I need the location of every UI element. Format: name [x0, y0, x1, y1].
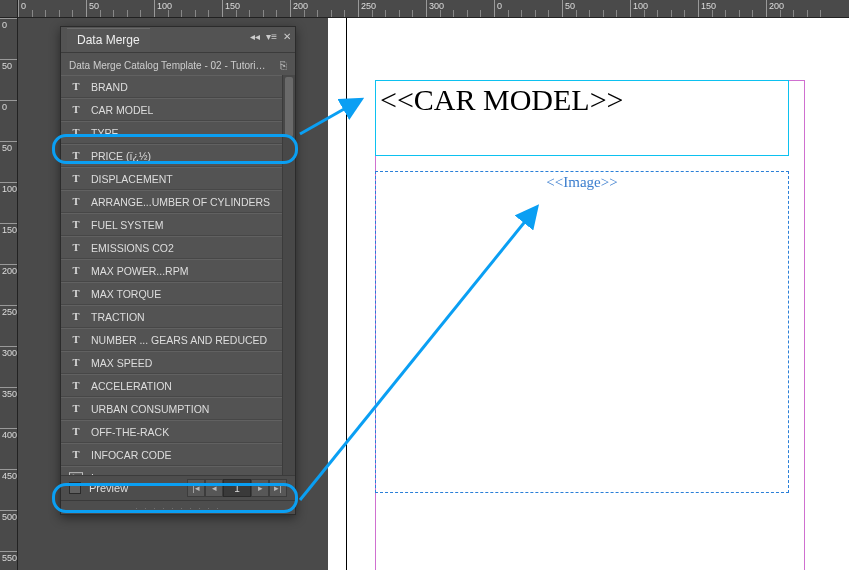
- text-field-icon: T: [69, 242, 83, 253]
- field-label: TYPE: [91, 127, 287, 139]
- field-row-brand[interactable]: TBRAND: [61, 75, 295, 98]
- text-field-icon: T: [69, 173, 83, 184]
- document-page[interactable]: <<CAR MODEL>> <<Image>>: [346, 18, 849, 570]
- nav-first-button[interactable]: |◂: [187, 479, 205, 497]
- panel-header[interactable]: Data Merge ◂◂ ▾≡ ✕: [61, 27, 295, 53]
- field-list[interactable]: TBRANDTCAR MODEL1TTYPETPRICE (ï¿½)TDISPL…: [61, 75, 295, 475]
- panel-collapse-icon[interactable]: ◂◂: [250, 31, 260, 42]
- text-field-icon: T: [69, 403, 83, 414]
- field-row-displacement[interactable]: TDISPLACEMENT: [61, 167, 295, 190]
- panel-source-row: Data Merge Catalog Template - 02 - Tutor…: [61, 53, 295, 75]
- field-row-image[interactable]: Image1: [61, 466, 295, 475]
- text-field-icon: T: [69, 219, 83, 230]
- field-row-car-model[interactable]: TCAR MODEL1: [61, 98, 295, 121]
- data-merge-panel[interactable]: Data Merge ◂◂ ▾≡ ✕ Data Merge Catalog Te…: [60, 26, 296, 515]
- car-model-text-frame[interactable]: <<CAR MODEL>>: [375, 80, 789, 156]
- image-placeholder-text: <<Image>>: [546, 174, 617, 190]
- text-field-icon: T: [69, 311, 83, 322]
- field-label: ARRANGE...UMBER OF CYLINDERS: [91, 196, 287, 208]
- field-row-fuel-system[interactable]: TFUEL SYSTEM: [61, 213, 295, 236]
- preview-checkbox[interactable]: [69, 482, 81, 494]
- field-label: BRAND: [91, 81, 287, 93]
- text-field-icon: T: [69, 196, 83, 207]
- panel-close-icon[interactable]: ✕: [283, 31, 291, 42]
- field-row-off-the-rack[interactable]: TOFF-THE-RACK: [61, 420, 295, 443]
- record-navigator[interactable]: |◂ ◂ ▸ ▸|: [187, 479, 287, 497]
- text-field-icon: T: [69, 104, 83, 115]
- text-field-icon: T: [69, 150, 83, 161]
- field-row-urban-consumption[interactable]: TURBAN CONSUMPTION: [61, 397, 295, 420]
- field-row-type[interactable]: TTYPE: [61, 121, 295, 144]
- image-field-icon: [69, 472, 83, 475]
- field-row-emissions-co2[interactable]: TEMISSIONS CO2: [61, 236, 295, 259]
- field-label: URBAN CONSUMPTION: [91, 403, 287, 415]
- preview-label: Preview: [89, 482, 128, 494]
- field-row-number-gears-and-reduced[interactable]: TNUMBER ... GEARS AND REDUCED: [61, 328, 295, 351]
- vertical-ruler: 050050100150200250300350400450500550: [0, 18, 18, 570]
- svg-point-1: [72, 474, 75, 475]
- text-field-icon: T: [69, 288, 83, 299]
- horizontal-ruler: 050100150200250300050100150200: [18, 0, 849, 18]
- panel-tab[interactable]: Data Merge: [67, 28, 150, 52]
- text-field-icon: T: [69, 265, 83, 276]
- field-row-price-[interactable]: TPRICE (ï¿½): [61, 144, 295, 167]
- field-row-infocar-code[interactable]: TINFOCAR CODE: [61, 443, 295, 466]
- field-row-arrange-umber-of-cylinders[interactable]: TARRANGE...UMBER OF CYLINDERS: [61, 190, 295, 213]
- field-row-max-torque[interactable]: TMAX TORQUE: [61, 282, 295, 305]
- image-frame[interactable]: <<Image>>: [375, 171, 789, 493]
- field-label: EMISSIONS CO2: [91, 242, 287, 254]
- field-label: MAX POWER...RPM: [91, 265, 287, 277]
- panel-resize-grip[interactable]: · · · · · · · · · ·: [61, 500, 295, 514]
- nav-last-button[interactable]: ▸|: [269, 479, 287, 497]
- panel-menu-icon[interactable]: ▾≡: [266, 31, 277, 42]
- field-label: ACCELERATION: [91, 380, 287, 392]
- field-label: FUEL SYSTEM: [91, 219, 287, 231]
- field-row-max-speed[interactable]: TMAX SPEED: [61, 351, 295, 374]
- text-field-icon: T: [69, 357, 83, 368]
- panel-footer: Preview |◂ ◂ ▸ ▸| · · · · · · · · · ·: [61, 475, 295, 514]
- ruler-corner: [0, 0, 18, 18]
- field-label: CAR MODEL: [91, 104, 273, 116]
- car-model-placeholder-text: <<CAR MODEL>>: [380, 83, 624, 116]
- field-label: INFOCAR CODE: [91, 449, 287, 461]
- text-field-icon: T: [69, 449, 83, 460]
- text-field-icon: T: [69, 81, 83, 92]
- field-row-traction[interactable]: TTRACTION: [61, 305, 295, 328]
- nav-prev-button[interactable]: ◂: [205, 479, 223, 497]
- svg-rect-0: [69, 473, 82, 475]
- field-row-max-power-rpm[interactable]: TMAX POWER...RPM: [61, 259, 295, 282]
- field-row-acceleration[interactable]: TACCELERATION: [61, 374, 295, 397]
- field-label: MAX TORQUE: [91, 288, 287, 300]
- panel-title: Data Merge: [77, 33, 140, 47]
- panel-source-filename: Data Merge Catalog Template - 02 - Tutor…: [69, 60, 269, 71]
- text-field-icon: T: [69, 426, 83, 437]
- field-list-scrollbar[interactable]: [282, 75, 295, 475]
- field-label: Image: [91, 472, 273, 476]
- field-label: MAX SPEED: [91, 357, 287, 369]
- text-field-icon: T: [69, 127, 83, 138]
- field-label: OFF-THE-RACK: [91, 426, 287, 438]
- nav-record-input[interactable]: [223, 479, 251, 497]
- field-label: PRICE (ï¿½): [91, 150, 287, 162]
- source-link-icon[interactable]: ⎘: [280, 59, 287, 71]
- field-label: TRACTION: [91, 311, 287, 323]
- scrollbar-thumb[interactable]: [285, 77, 293, 137]
- text-field-icon: T: [69, 334, 83, 345]
- text-field-icon: T: [69, 380, 83, 391]
- nav-next-button[interactable]: ▸: [251, 479, 269, 497]
- field-label: NUMBER ... GEARS AND REDUCED: [91, 334, 287, 346]
- field-label: DISPLACEMENT: [91, 173, 287, 185]
